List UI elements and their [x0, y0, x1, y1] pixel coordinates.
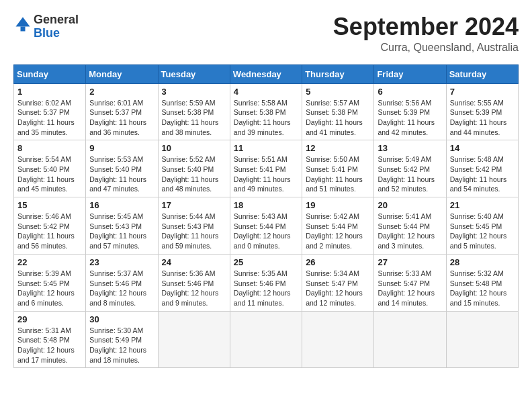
day-info: Sunrise: 5:32 AMSunset: 5:48 PMDaylight:…	[450, 269, 515, 308]
logo-icon	[13, 15, 32, 34]
calendar-cell: 24 Sunrise: 5:36 AMSunset: 5:46 PMDaylig…	[158, 254, 230, 311]
day-info: Sunrise: 5:30 AMSunset: 5:49 PMDaylight:…	[89, 326, 154, 365]
weekday-header: Saturday	[446, 64, 518, 83]
day-info: Sunrise: 5:46 AMSunset: 5:42 PMDaylight:…	[17, 212, 82, 251]
day-number: 21	[450, 200, 515, 210]
calendar-cell: 17 Sunrise: 5:44 AMSunset: 5:43 PMDaylig…	[158, 197, 230, 255]
day-info: Sunrise: 5:50 AMSunset: 5:41 PMDaylight:…	[306, 154, 370, 194]
calendar-cell: 9 Sunrise: 5:53 AMSunset: 5:40 PMDayligh…	[86, 140, 158, 197]
logo-text: General Blue	[34, 13, 79, 40]
calendar-week-row: 1 Sunrise: 6:02 AMSunset: 5:37 PMDayligh…	[14, 83, 519, 140]
calendar-cell: 21 Sunrise: 5:40 AMSunset: 5:45 PMDaylig…	[446, 197, 518, 255]
day-number: 1	[17, 87, 82, 97]
calendar-cell: 2 Sunrise: 6:01 AMSunset: 5:37 PMDayligh…	[86, 83, 158, 140]
calendar-table: SundayMondayTuesdayWednesdayThursdayFrid…	[13, 64, 519, 369]
calendar-cell	[302, 311, 374, 368]
day-info: Sunrise: 5:51 AMSunset: 5:41 PMDaylight:…	[234, 154, 298, 194]
day-info: Sunrise: 5:55 AMSunset: 5:39 PMDaylight:…	[450, 98, 515, 138]
day-number: 12	[306, 143, 370, 153]
day-info: Sunrise: 5:40 AMSunset: 5:45 PMDaylight:…	[450, 212, 515, 251]
day-info: Sunrise: 5:57 AMSunset: 5:38 PMDaylight:…	[306, 98, 370, 138]
calendar-week-row: 15 Sunrise: 5:46 AMSunset: 5:42 PMDaylig…	[14, 197, 519, 255]
calendar-cell	[158, 311, 230, 368]
day-number: 20	[378, 200, 442, 210]
calendar-cell: 22 Sunrise: 5:39 AMSunset: 5:45 PMDaylig…	[14, 254, 86, 311]
calendar-cell: 7 Sunrise: 5:55 AMSunset: 5:39 PMDayligh…	[446, 83, 518, 140]
location: Curra, Queensland, Australia	[333, 42, 519, 54]
day-info: Sunrise: 5:36 AMSunset: 5:46 PMDaylight:…	[162, 269, 226, 308]
month-year: September 2024	[333, 13, 519, 40]
day-info: Sunrise: 5:58 AMSunset: 5:38 PMDaylight:…	[234, 98, 298, 138]
weekday-header: Sunday	[14, 64, 86, 83]
calendar-cell: 8 Sunrise: 5:54 AMSunset: 5:40 PMDayligh…	[14, 140, 86, 197]
day-info: Sunrise: 5:59 AMSunset: 5:38 PMDaylight:…	[162, 98, 226, 138]
calendar-cell	[446, 311, 518, 368]
day-number: 23	[89, 257, 154, 267]
calendar-cell: 1 Sunrise: 6:02 AMSunset: 5:37 PMDayligh…	[14, 83, 86, 140]
day-number: 30	[89, 314, 154, 324]
calendar-cell: 30 Sunrise: 5:30 AMSunset: 5:49 PMDaylig…	[86, 311, 158, 368]
calendar-cell: 29 Sunrise: 5:31 AMSunset: 5:48 PMDaylig…	[14, 311, 86, 368]
day-number: 6	[378, 87, 442, 97]
calendar-cell: 12 Sunrise: 5:50 AMSunset: 5:41 PMDaylig…	[302, 140, 374, 197]
calendar-cell: 15 Sunrise: 5:46 AMSunset: 5:42 PMDaylig…	[14, 197, 86, 255]
svg-marker-0	[16, 17, 30, 26]
title-area: September 2024 Curra, Queensland, Austra…	[333, 13, 519, 54]
weekday-header: Monday	[86, 64, 158, 83]
weekday-header: Tuesday	[158, 64, 230, 83]
day-number: 14	[450, 143, 515, 153]
day-number: 4	[234, 87, 298, 97]
calendar-cell: 25 Sunrise: 5:35 AMSunset: 5:46 PMDaylig…	[230, 254, 302, 311]
day-number: 24	[162, 257, 226, 267]
logo: General Blue	[13, 13, 79, 40]
day-number: 22	[17, 257, 82, 267]
day-info: Sunrise: 5:56 AMSunset: 5:39 PMDaylight:…	[378, 98, 442, 138]
day-number: 15	[17, 200, 82, 210]
day-number: 29	[17, 314, 82, 324]
day-number: 18	[234, 200, 298, 210]
calendar-cell	[374, 311, 446, 368]
day-number: 27	[378, 257, 442, 267]
day-number: 7	[450, 87, 515, 97]
day-number: 3	[162, 87, 226, 97]
day-number: 10	[162, 143, 226, 153]
day-info: Sunrise: 5:52 AMSunset: 5:40 PMDaylight:…	[162, 154, 226, 194]
day-number: 16	[89, 200, 154, 210]
day-info: Sunrise: 5:49 AMSunset: 5:42 PMDaylight:…	[378, 154, 442, 194]
day-info: Sunrise: 5:31 AMSunset: 5:48 PMDaylight:…	[17, 326, 82, 365]
calendar-cell: 10 Sunrise: 5:52 AMSunset: 5:40 PMDaylig…	[158, 140, 230, 197]
calendar-cell: 3 Sunrise: 5:59 AMSunset: 5:38 PMDayligh…	[158, 83, 230, 140]
calendar-cell: 14 Sunrise: 5:48 AMSunset: 5:42 PMDaylig…	[446, 140, 518, 197]
calendar-week-row: 8 Sunrise: 5:54 AMSunset: 5:40 PMDayligh…	[14, 140, 519, 197]
calendar-week-row: 22 Sunrise: 5:39 AMSunset: 5:45 PMDaylig…	[14, 254, 519, 311]
calendar-cell: 28 Sunrise: 5:32 AMSunset: 5:48 PMDaylig…	[446, 254, 518, 311]
calendar-cell: 26 Sunrise: 5:34 AMSunset: 5:47 PMDaylig…	[302, 254, 374, 311]
day-info: Sunrise: 5:42 AMSunset: 5:44 PMDaylight:…	[306, 212, 370, 251]
page-header: General Blue September 2024 Curra, Queen…	[13, 13, 519, 54]
day-info: Sunrise: 5:54 AMSunset: 5:40 PMDaylight:…	[17, 154, 82, 194]
day-info: Sunrise: 5:53 AMSunset: 5:40 PMDaylight:…	[89, 154, 154, 194]
weekday-header: Friday	[374, 64, 446, 83]
calendar-cell: 20 Sunrise: 5:41 AMSunset: 5:44 PMDaylig…	[374, 197, 446, 255]
day-number: 9	[89, 143, 154, 153]
calendar-cell: 19 Sunrise: 5:42 AMSunset: 5:44 PMDaylig…	[302, 197, 374, 255]
calendar-cell: 16 Sunrise: 5:45 AMSunset: 5:43 PMDaylig…	[86, 197, 158, 255]
calendar-cell: 4 Sunrise: 5:58 AMSunset: 5:38 PMDayligh…	[230, 83, 302, 140]
day-number: 26	[306, 257, 370, 267]
svg-rect-1	[21, 26, 26, 31]
calendar-cell: 27 Sunrise: 5:33 AMSunset: 5:47 PMDaylig…	[374, 254, 446, 311]
calendar-cell: 18 Sunrise: 5:43 AMSunset: 5:44 PMDaylig…	[230, 197, 302, 255]
calendar-cell: 11 Sunrise: 5:51 AMSunset: 5:41 PMDaylig…	[230, 140, 302, 197]
day-number: 8	[17, 143, 82, 153]
day-number: 5	[306, 87, 370, 97]
calendar-cell	[230, 311, 302, 368]
day-info: Sunrise: 5:48 AMSunset: 5:42 PMDaylight:…	[450, 154, 515, 194]
weekday-header-row: SundayMondayTuesdayWednesdayThursdayFrid…	[14, 64, 519, 83]
day-info: Sunrise: 5:45 AMSunset: 5:43 PMDaylight:…	[89, 212, 154, 251]
calendar-cell: 13 Sunrise: 5:49 AMSunset: 5:42 PMDaylig…	[374, 140, 446, 197]
day-info: Sunrise: 5:41 AMSunset: 5:44 PMDaylight:…	[378, 212, 442, 251]
day-info: Sunrise: 5:35 AMSunset: 5:46 PMDaylight:…	[234, 269, 298, 308]
day-info: Sunrise: 5:37 AMSunset: 5:46 PMDaylight:…	[89, 269, 154, 308]
day-number: 2	[89, 87, 154, 97]
day-info: Sunrise: 6:01 AMSunset: 5:37 PMDaylight:…	[89, 98, 154, 138]
